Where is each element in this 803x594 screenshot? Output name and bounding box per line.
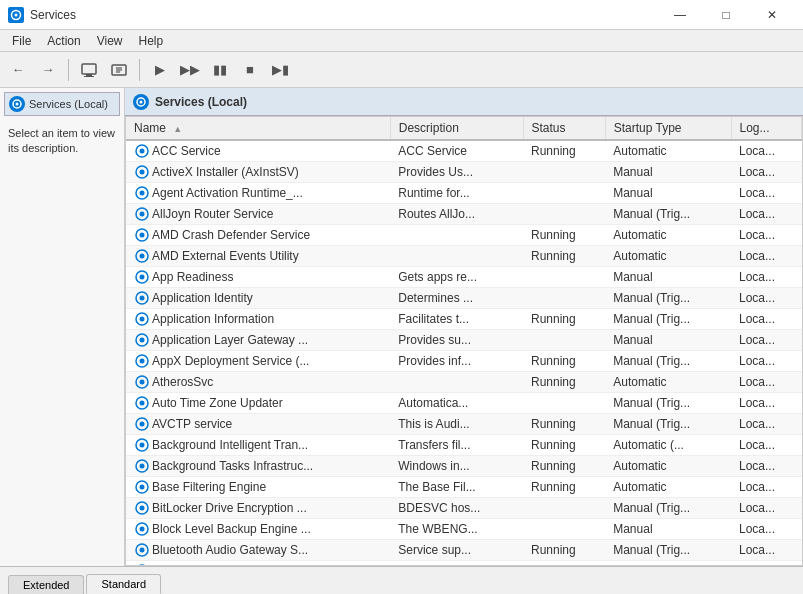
menu-item-help[interactable]: Help [131, 32, 172, 50]
table-row[interactable]: Block Level Backup Engine ...The WBENG..… [126, 519, 802, 540]
service-name: Auto Time Zone Updater [126, 393, 390, 414]
table-row[interactable]: Background Intelligent Tran...Transfers … [126, 435, 802, 456]
col-startup-type[interactable]: Startup Type [605, 117, 731, 140]
service-startup-type: Manual [605, 519, 731, 540]
back-button[interactable]: ← [4, 56, 32, 84]
service-description: The Base Fil... [390, 477, 523, 498]
table-row[interactable]: Agent Activation Runtime_...Runtime for.… [126, 183, 802, 204]
service-startup-type: Manual (Trig... [605, 288, 731, 309]
service-status: Running [523, 435, 605, 456]
service-status [523, 162, 605, 183]
service-startup-type: Automatic [605, 246, 731, 267]
left-panel: Services (Local) Select an item to view … [0, 88, 125, 566]
table-row[interactable]: Bluetooth Support ServiceThe Bluetoo...R… [126, 561, 802, 567]
service-description: ACC Service [390, 140, 523, 162]
properties-button[interactable] [105, 56, 133, 84]
tab-extended[interactable]: Extended [8, 575, 84, 594]
table-row[interactable]: BitLocker Drive Encryption ...BDESVC hos… [126, 498, 802, 519]
service-description: Determines ... [390, 288, 523, 309]
table-row[interactable]: ACC ServiceACC ServiceRunningAutomaticLo… [126, 140, 802, 162]
table-row[interactable]: Bluetooth Audio Gateway S...Service sup.… [126, 540, 802, 561]
service-name: AllJoyn Router Service [126, 204, 390, 225]
table-row[interactable]: ActiveX Installer (AxInstSV)Provides Us.… [126, 162, 802, 183]
start-service2-button[interactable]: ▶▶ [176, 56, 204, 84]
service-startup-type: Automatic (... [605, 435, 731, 456]
service-logon: Loca... [731, 414, 801, 435]
service-logon: Loca... [731, 288, 801, 309]
service-logon: Loca... [731, 477, 801, 498]
maximize-button[interactable]: □ [703, 0, 749, 30]
service-name: AMD External Events Utility [126, 246, 390, 267]
services-table-container[interactable]: Name ▲ Description Status Startup Type L… [125, 116, 803, 566]
service-startup-type: Manual [605, 330, 731, 351]
service-logon: Loca... [731, 309, 801, 330]
service-status [523, 498, 605, 519]
service-status [523, 183, 605, 204]
toolbar: ← → ▶ ▶▶ ▮▮ ■ ▶▮ [0, 52, 803, 88]
minimize-button[interactable]: — [657, 0, 703, 30]
left-panel-header: Services (Local) [4, 92, 120, 116]
service-logon: Loca... [731, 140, 801, 162]
service-description: Gets apps re... [390, 267, 523, 288]
left-panel-description: Select an item to view its description. [4, 120, 120, 163]
col-logon[interactable]: Log... [731, 117, 801, 140]
service-name: AppX Deployment Service (... [126, 351, 390, 372]
service-logon: Loca... [731, 456, 801, 477]
close-button[interactable]: ✕ [749, 0, 795, 30]
service-status [523, 393, 605, 414]
services-list: ACC ServiceACC ServiceRunningAutomaticLo… [126, 140, 802, 566]
svg-point-28 [140, 296, 145, 301]
service-name: Bluetooth Support Service [126, 561, 390, 567]
start-service-button[interactable]: ▶ [146, 56, 174, 84]
service-startup-type: Manual (Trig... [605, 561, 731, 567]
table-row[interactable]: Background Tasks Infrastruc...Windows in… [126, 456, 802, 477]
table-row[interactable]: AllJoyn Router ServiceRoutes AllJo...Man… [126, 204, 802, 225]
svg-point-32 [140, 338, 145, 343]
table-row[interactable]: AMD External Events UtilityRunningAutoma… [126, 246, 802, 267]
col-name[interactable]: Name ▲ [126, 117, 390, 140]
col-description[interactable]: Description [390, 117, 523, 140]
col-status[interactable]: Status [523, 117, 605, 140]
table-row[interactable]: App ReadinessGets apps re...ManualLoca..… [126, 267, 802, 288]
svg-point-12 [140, 100, 143, 103]
menu-item-action[interactable]: Action [39, 32, 88, 50]
table-row[interactable]: Application IdentityDetermines ...Manual… [126, 288, 802, 309]
service-name: Agent Activation Runtime_... [126, 183, 390, 204]
table-row[interactable]: AtherosSvcRunningAutomaticLoca... [126, 372, 802, 393]
service-name: ACC Service [126, 140, 390, 162]
menu-item-view[interactable]: View [89, 32, 131, 50]
service-description [390, 246, 523, 267]
show-console-button[interactable] [75, 56, 103, 84]
service-name: Application Identity [126, 288, 390, 309]
left-panel-icon [9, 96, 25, 112]
service-name: Background Tasks Infrastruc... [126, 456, 390, 477]
table-row[interactable]: Base Filtering EngineThe Base Fil...Runn… [126, 477, 802, 498]
service-startup-type: Manual (Trig... [605, 204, 731, 225]
table-row[interactable]: Application InformationFacilitates t...R… [126, 309, 802, 330]
right-panel-title: Services (Local) [155, 95, 247, 109]
svg-point-38 [140, 401, 145, 406]
table-row[interactable]: AVCTP serviceThis is Audi...RunningManua… [126, 414, 802, 435]
restart-service-button[interactable]: ▶▮ [266, 56, 294, 84]
table-row[interactable]: AMD Crash Defender ServiceRunningAutomat… [126, 225, 802, 246]
service-status: Running [523, 246, 605, 267]
svg-point-42 [140, 443, 145, 448]
bottom-tabs: ExtendedStandard [0, 566, 803, 594]
service-logon: Loca... [731, 225, 801, 246]
tab-standard[interactable]: Standard [86, 574, 161, 594]
service-name: BitLocker Drive Encryption ... [126, 498, 390, 519]
service-status [523, 330, 605, 351]
table-row[interactable]: Auto Time Zone UpdaterAutomatica...Manua… [126, 393, 802, 414]
service-startup-type: Manual (Trig... [605, 414, 731, 435]
service-description: Transfers fil... [390, 435, 523, 456]
menu-item-file[interactable]: File [4, 32, 39, 50]
svg-point-52 [140, 548, 145, 553]
service-status: Running [523, 540, 605, 561]
table-row[interactable]: AppX Deployment Service (...Provides inf… [126, 351, 802, 372]
service-description: Windows in... [390, 456, 523, 477]
pause-service-button[interactable]: ▮▮ [206, 56, 234, 84]
service-status [523, 519, 605, 540]
stop-service-button[interactable]: ■ [236, 56, 264, 84]
table-row[interactable]: Application Layer Gateway ...Provides su… [126, 330, 802, 351]
forward-button[interactable]: → [34, 56, 62, 84]
